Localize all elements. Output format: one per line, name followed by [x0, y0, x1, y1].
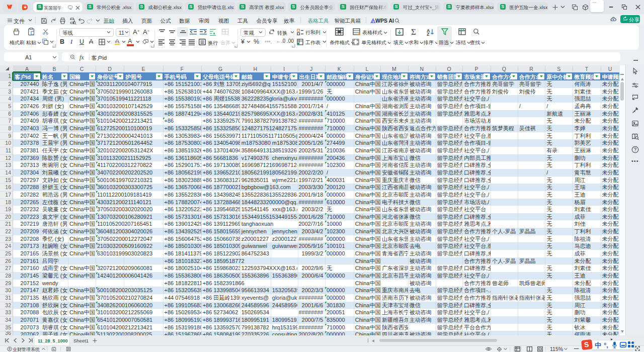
svg-text:Z: Z: [427, 32, 430, 36]
